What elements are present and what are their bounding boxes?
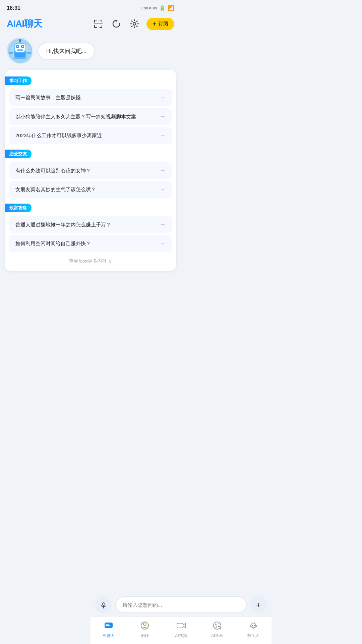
suggestions-card: 学习工作 写一篇民间故事，主题是妖怪 → 以小狗能陪伴主人多久为主题？写一篇短视… [5, 70, 176, 271]
svg-point-10 [116, 20, 117, 22]
svg-point-19 [22, 46, 23, 47]
suggestion-item[interactable]: 写一篇民间故事，主题是妖怪 → [9, 89, 172, 106]
suggestion-item[interactable]: 2023年什么工作才可以钱多事少离家近 → [9, 127, 172, 144]
settings-icon[interactable] [128, 18, 140, 30]
battery-icon: 🔋 [159, 5, 166, 11]
suggestion-item[interactable]: 普通人通过摆地摊一年之内怎么赚上千万？ → [9, 216, 172, 233]
svg-point-11 [133, 22, 136, 25]
arrow-icon: → [160, 132, 166, 139]
svg-rect-3 [102, 20, 102, 22]
suggestion-text: 2023年什么工作才可以钱多事少离家近 [15, 132, 156, 140]
svg-rect-7 [100, 27, 102, 28]
category-label-love: 恋爱交友 [5, 150, 32, 158]
category-section-study: 学习工作 写一篇民间故事，主题是妖怪 → 以小狗能陪伴主人多久为主题？写一篇短视… [5, 73, 176, 144]
status-bar: 18:31 7.90 KB/s 🔋 📶 [0, 0, 181, 15]
status-time: 18:31 [7, 5, 20, 11]
suggestion-item[interactable]: 女朋友莫名其妙的生气了该怎么哄？ → [9, 181, 172, 198]
speech-bubble: Hi,快来问我吧... [38, 43, 95, 60]
suggestion-text: 写一篇民间故事，主题是妖怪 [15, 94, 156, 102]
wifi-icon: 📶 [168, 5, 174, 11]
app-logo: AIAI聊天 [7, 17, 42, 30]
robot-avatar [7, 38, 34, 64]
arrow-icon: → [160, 240, 166, 247]
header: AIAI聊天 [0, 15, 181, 34]
arrow-icon: → [160, 221, 166, 228]
suggestion-item[interactable]: 以小狗能陪伴主人多久为主题？写一篇短视频脚本文案 → [9, 108, 172, 125]
category-label-study: 学习工作 [5, 76, 32, 85]
suggestion-item[interactable]: 有什么办法可以追到心仪的女神？ → [9, 162, 172, 179]
logo-chat: AI聊天 [15, 18, 42, 29]
suggestion-text: 女朋友莫名其妙的生气了该怎么哄？ [15, 186, 156, 194]
greeting-text: Hi,快来问我吧... [46, 48, 86, 54]
svg-rect-1 [94, 20, 95, 22]
refresh-icon[interactable] [110, 18, 122, 30]
category-section-wealth: 致富攻略 普通人通过摆地摊一年之内怎么赚上千万？ → 如何利用空闲时间给自己赚外… [5, 200, 176, 252]
show-more-text: 查看显示更多内容 [69, 258, 107, 264]
subscribe-button[interactable]: + 订阅 [146, 18, 174, 30]
svg-rect-15 [14, 43, 26, 52]
show-more-button[interactable]: 查看显示更多内容 ∨ [5, 254, 176, 266]
svg-rect-24 [27, 52, 31, 54]
scan-icon[interactable] [92, 18, 104, 30]
suggestion-text: 以小狗能陪伴主人多久为主题？写一篇短视频脚本文案 [15, 113, 156, 121]
suggestion-text: 有什么办法可以追到心仪的女神？ [15, 167, 156, 175]
status-right: 7.90 KB/s 🔋 📶 [141, 5, 174, 11]
svg-rect-8 [94, 23, 103, 24]
svg-rect-23 [9, 52, 13, 54]
arrow-icon: → [160, 186, 166, 193]
logo-ai: AI [7, 18, 15, 29]
arrow-icon: → [160, 167, 166, 174]
category-label-wealth: 致富攻略 [5, 204, 32, 212]
arrow-icon: → [160, 113, 166, 120]
category-section-love: 恋爱交友 有什么办法可以追到心仪的女神？ → 女朋友莫名其妙的生气了该怎么哄？ … [5, 146, 176, 198]
subscribe-plus: + [153, 20, 156, 28]
svg-rect-14 [15, 52, 25, 57]
suggestion-text: 如何利用空闲时间给自己赚外快？ [15, 240, 156, 248]
svg-rect-20 [17, 49, 23, 51]
subscribe-label: 订阅 [158, 21, 168, 27]
suggestion-item[interactable]: 如何利用空闲时间给自己赚外快？ → [9, 235, 172, 252]
greeting-area: Hi,快来问我吧... [0, 34, 181, 70]
svg-rect-5 [94, 27, 97, 28]
arrow-icon: → [160, 94, 166, 101]
svg-point-18 [17, 46, 18, 47]
suggestion-text: 普通人通过摆地摊一年之内怎么赚上千万？ [15, 221, 156, 229]
svg-point-22 [19, 39, 21, 42]
header-icons: + 订阅 [92, 18, 174, 30]
speed-text: 7.90 KB/s [141, 6, 157, 10]
chevron-down-icon: ∨ [109, 259, 112, 264]
